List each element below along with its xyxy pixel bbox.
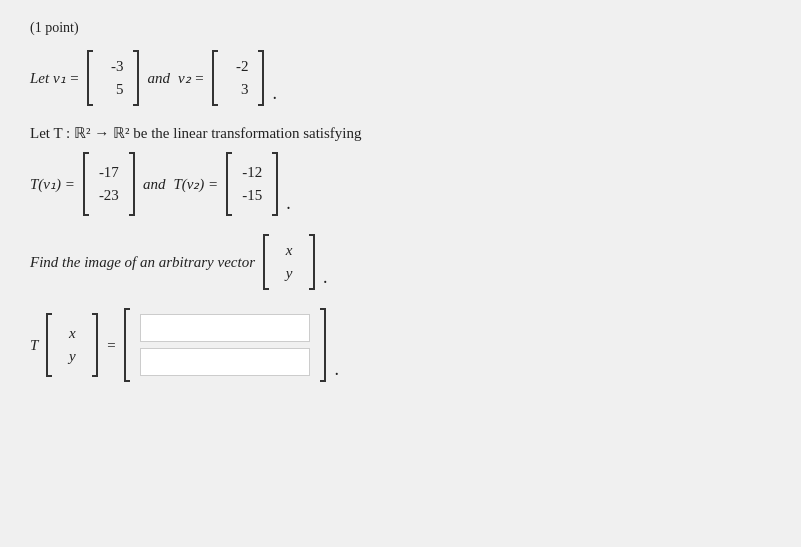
point-label: (1 point) <box>30 20 771 36</box>
v1-matrix: -3 5 <box>87 50 139 106</box>
v2-label: v₂ = <box>178 69 205 87</box>
equals-label: = <box>106 337 116 354</box>
result-input-2[interactable] <box>140 348 310 376</box>
left-bracket-input-xy <box>46 313 52 377</box>
result-matrix[interactable] <box>124 308 326 382</box>
v2-matrix-col: -2 3 <box>224 54 252 102</box>
input-x-val: x <box>69 325 76 342</box>
y-val: y <box>286 265 293 282</box>
left-bracket-xy <box>263 234 269 290</box>
tv1-matrix: -17 -23 <box>83 152 135 216</box>
T-label: T <box>30 337 38 354</box>
result-input-1[interactable] <box>140 314 310 342</box>
dot-1: . <box>272 83 277 106</box>
and-label-1: and <box>147 70 170 87</box>
dot-4: . <box>334 359 339 382</box>
tv2-label: T(v₂) = <box>173 175 218 193</box>
v1-val2: 5 <box>116 81 124 98</box>
dot-2: . <box>286 193 291 216</box>
xy-matrix-col: x y <box>275 238 303 286</box>
input-xy-col: x y <box>58 321 86 369</box>
right-bracket-input-xy <box>92 313 98 377</box>
input-y-val: y <box>69 348 76 365</box>
tv1-label: T(v₁) = <box>30 175 75 193</box>
tv2-val2: -15 <box>242 187 262 204</box>
tv1-val1: -17 <box>99 164 119 181</box>
v2-val2: 3 <box>241 81 249 98</box>
left-bracket-tv1 <box>83 152 89 216</box>
tv2-matrix: -12 -15 <box>226 152 278 216</box>
right-bracket-tv1 <box>129 152 135 216</box>
left-bracket-result <box>124 308 130 382</box>
tv2-matrix-col: -12 -15 <box>238 160 266 208</box>
input-xy-matrix: x y <box>46 313 98 377</box>
tv1-val2: -23 <box>99 187 119 204</box>
right-bracket-v2 <box>258 50 264 106</box>
and-label-2: and <box>143 176 166 193</box>
v1-matrix-col: -3 5 <box>99 54 127 102</box>
linear-transformation-text: Let T : ℝ² → ℝ² be the linear transforma… <box>30 124 771 142</box>
left-bracket-tv2 <box>226 152 232 216</box>
right-bracket-result <box>320 308 326 382</box>
v2-matrix: -2 3 <box>212 50 264 106</box>
result-inputs[interactable] <box>136 310 314 380</box>
right-bracket-v1 <box>133 50 139 106</box>
tv2-val1: -12 <box>242 164 262 181</box>
v2-val1: -2 <box>236 58 249 75</box>
v1-val1: -3 <box>111 58 124 75</box>
tv1-matrix-col: -17 -23 <box>95 160 123 208</box>
dot-3: . <box>323 267 328 290</box>
x-val: x <box>286 242 293 259</box>
find-text: Find the image of an arbitrary vector <box>30 254 255 271</box>
left-bracket-v2 <box>212 50 218 106</box>
v1-label: Let v₁ = <box>30 69 79 87</box>
xy-matrix: x y <box>263 234 315 290</box>
right-bracket-xy <box>309 234 315 290</box>
right-bracket-tv2 <box>272 152 278 216</box>
left-bracket-v1 <box>87 50 93 106</box>
